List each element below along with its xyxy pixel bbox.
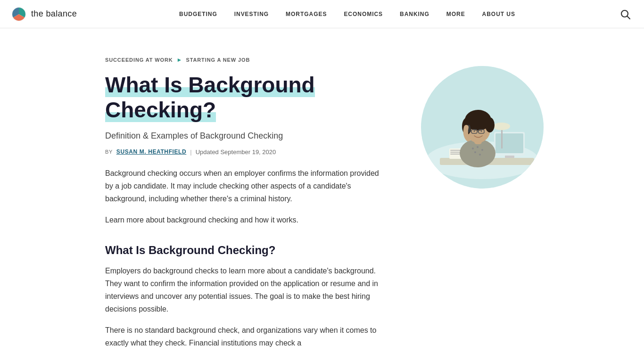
breadcrumb: SUCCEEDING AT WORK ► STARTING A NEW JOB: [105, 57, 388, 63]
main-content: SUCCEEDING AT WORK ► STARTING A NEW JOB …: [39, 28, 605, 362]
nav-investing[interactable]: INVESTING: [234, 11, 269, 17]
logo-text: the balance: [31, 9, 77, 19]
section1-body1: Employers do background checks to learn …: [105, 264, 388, 316]
svg-line-2: [627, 16, 630, 19]
article-subtitle: Definition & Examples of Background Chec…: [105, 131, 388, 141]
article-date: Updated September 19, 2020: [196, 148, 276, 156]
header-actions: [618, 7, 633, 22]
svg-point-32: [481, 131, 482, 132]
svg-rect-14: [501, 127, 503, 148]
breadcrumb-child: STARTING A NEW JOB: [186, 57, 250, 63]
article-illustration: [421, 66, 544, 189]
svg-rect-12: [495, 133, 523, 153]
site-logo[interactable]: the balance: [11, 7, 77, 22]
section1-body2: There is no standard background check, a…: [105, 324, 388, 349]
nav-about-us[interactable]: ABOUT US: [482, 11, 515, 17]
search-icon: [619, 8, 631, 20]
nav-more[interactable]: MORE: [446, 11, 465, 17]
article-intro: Background checking occurs when an emplo…: [105, 167, 388, 206]
svg-rect-13: [505, 156, 514, 158]
article-learn-more: Learn more about background checking and…: [105, 214, 388, 226]
article-meta: BY SUSAN M. HEATHFIELD | Updated Septemb…: [105, 148, 388, 156]
section1-heading: What Is Background Checking?: [105, 244, 388, 257]
nav-banking[interactable]: BANKING: [400, 11, 429, 17]
breadcrumb-separator: ►: [177, 57, 182, 63]
main-nav: BUDGETING INVESTING MORTGAGES ECONOMICS …: [179, 11, 515, 17]
svg-point-20: [474, 151, 476, 153]
article-image-column: [416, 57, 548, 358]
search-button[interactable]: [618, 7, 633, 22]
svg-point-18: [477, 146, 479, 148]
svg-point-15: [493, 123, 510, 130]
logo-icon: [11, 7, 26, 22]
article-title-text: What Is Background Checking?: [105, 73, 315, 122]
site-header: the balance BUDGETING INVESTING MORTGAGE…: [0, 0, 644, 28]
svg-point-26: [485, 117, 495, 132]
svg-point-17: [472, 148, 474, 149]
nav-mortgages[interactable]: MORTGAGES: [286, 11, 327, 17]
article-title: What Is Background Checking?: [105, 73, 388, 123]
author-prefix: BY: [105, 149, 113, 155]
author-link[interactable]: SUSAN M. HEATHFIELD: [116, 148, 187, 155]
svg-point-31: [474, 131, 475, 132]
article-column: SUCCEEDING AT WORK ► STARTING A NEW JOB …: [105, 57, 388, 358]
nav-budgeting[interactable]: BUDGETING: [179, 11, 217, 17]
breadcrumb-parent[interactable]: SUCCEEDING AT WORK: [105, 57, 173, 63]
article-image: [421, 66, 544, 189]
svg-point-19: [481, 149, 483, 151]
svg-point-21: [479, 154, 481, 156]
nav-economics[interactable]: ECONOMICS: [344, 11, 383, 17]
meta-divider: |: [190, 148, 191, 156]
